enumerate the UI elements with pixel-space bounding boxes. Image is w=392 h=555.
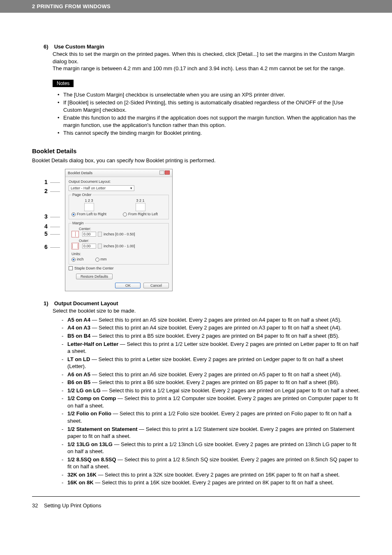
callout-column: 1 2 3 4 5 6 [44,169,65,291]
rtl-seq: 3 2 1 [123,198,158,203]
chapter-header: 2 PRINTING FROM WINDOWS [0,0,392,13]
layout-option: A5 on A4 — Select this to print an A5 si… [60,316,360,324]
restore-defaults-button[interactable]: Restore Defaults [76,274,113,279]
ltr-label: From Left to Right [77,212,106,216]
spinner-arrows[interactable] [98,244,102,249]
staple-label: Staple Down the Center [74,266,114,270]
output-layout-value: Letter - Half on Letter [71,186,106,190]
layout-name: A4 on A3 [67,325,90,331]
callout-2: 2 [44,188,48,194]
booklet-details-dialog: Booklet Details Output Document Layout: … [65,169,173,291]
notes-list: The [Use Custom Margin] checkbox is unse… [53,91,360,137]
layout-option: 1/2 8.5SQ on 8.5SQ — Select this to prin… [60,456,360,470]
center-value[interactable]: 0.00 [82,232,96,237]
layout-option: 32K on 16K — Select this to print a 32K … [60,471,360,479]
item-6-number: 6) [44,44,53,50]
callout-6: 6 [44,244,48,250]
item-6-p1: Check this to set the margin on the prin… [53,51,360,65]
spinner-arrows[interactable] [98,232,102,237]
cancel-button[interactable]: Cancel [143,283,169,288]
item-1-number: 1) [44,300,53,306]
rtl-radio[interactable] [123,212,127,216]
booklet-details-sub: Booklet Details dialog box, you can spec… [32,157,360,164]
output-layout-label: Output Document Layout: [69,180,169,184]
layout-name: 1/2 Folio on Folio [67,410,111,417]
rtl-icon [136,203,145,211]
layout-option: A6 on A5 — Select this to print an A6 si… [60,371,360,378]
footer-title: Setting Up Print Options [44,502,101,509]
note-item: If [Booklet] is selected on [2-Sided Pri… [58,99,360,113]
note-item: This cannot specify the binding margin f… [58,129,360,137]
layout-name: A5 on A4 [67,317,90,323]
item-6-title: Use Custom Margin [54,44,104,50]
layout-desc: — Select this to print an A5 size bookle… [90,317,341,323]
ok-button[interactable]: OK [115,283,141,288]
margin-legend: Margin [71,221,85,225]
output-layout-select[interactable]: Letter - Half on Letter▾ [69,185,134,191]
page-footer: 32 Setting Up Print Options [32,502,360,509]
window-buttons[interactable] [159,170,170,175]
rtl-label: From Right to Left [128,212,158,216]
outer-label: Outer: [79,239,166,243]
layout-name: 1/2 LG on LG [67,387,101,394]
layout-option: 16K on 8K — Select this to print a 16K s… [60,479,360,486]
layout-option: B6 on B5 — Select this to print a B6 siz… [60,379,360,386]
callout-5: 5 [44,230,48,237]
inch-label: inch [77,257,84,261]
units-label: Units: [71,252,166,256]
callout-1: 1 [44,179,48,185]
callout-3: 3 [44,213,48,220]
layout-name: Letter-Half on Letter [67,341,118,347]
layout-option: 1/2 Statement on Statement — Select this… [60,426,360,440]
page-order-legend: Page Order [71,193,92,197]
layout-name: 32K on 16K [67,472,97,478]
staple-checkbox[interactable] [69,266,73,270]
layout-option: A4 on A3 — Select this to print an A4 si… [60,324,360,332]
mm-radio[interactable] [95,258,99,262]
inch-radio[interactable] [71,258,76,262]
outer-value[interactable]: 0.00 [82,244,96,249]
layout-desc: — Select this to print a Letter size boo… [67,356,343,370]
layout-name: 1/2 13LG on 13LG [67,441,113,447]
layout-name: B5 on B4 [67,333,90,339]
layout-option: 1/2 13LG on 13LG — Select this to print … [60,441,360,455]
layout-desc: — Select this to print an A6 size bookle… [90,371,341,378]
layout-desc: — Select this to print a B5 size booklet… [90,333,339,339]
item-6-p2: The margin range is between 4.2 mm and 1… [53,65,360,72]
layout-name: LT on LD [67,356,90,362]
layout-desc: — Select this to print an A4 size bookle… [90,325,341,331]
footer-rule [32,496,360,497]
layout-options-list: A5 on A4 — Select this to print an A5 si… [60,316,360,486]
center-margin-icon [71,231,79,237]
layout-name: 16K on 8K [67,479,94,486]
layout-name: 1/2 8.5SQ on 8.5SQ [67,456,116,463]
chevron-down-icon: ▾ [130,186,132,190]
item-1-title: Output Document Layout [54,300,118,306]
layout-desc: — Select this to print a 16K size bookle… [94,479,334,486]
layout-desc: — Select this to print a 1/2 Legal size … [101,387,360,394]
outer-margin-icon [71,243,79,249]
ltr-icon [84,203,94,211]
ltr-radio[interactable] [71,212,76,216]
dialog-title: Booklet Details [68,171,92,175]
item-1-sub: Select the booklet size to be made. [53,307,360,315]
layout-desc: — Select this to print a B6 size booklet… [90,379,339,385]
item-6-heading: 6) Use Custom Margin [44,44,360,50]
mm-label: mm [101,257,107,261]
layout-option: LT on LD — Select this to print a Letter… [60,356,360,370]
close-icon[interactable] [165,170,170,175]
layout-option: Letter-Half on Letter — Select this to p… [60,341,360,355]
layout-option: 1/2 Comp on Comp — Select this to print … [60,395,360,409]
note-item: Enable this function to add the margins … [58,114,360,129]
layout-name: 1/2 Statement on Statement [67,426,138,432]
notes-label: Notes [53,80,74,87]
callout-4: 4 [44,223,48,230]
center-range: inches [0.00 - 0.50] [104,232,135,236]
ltr-seq: 1 2 3 [71,198,106,203]
layout-name: 1/2 Comp on Comp [67,395,116,401]
booklet-details-title: Booklet Details [32,147,360,154]
layout-option: 1/2 LG on LG — Select this to print a 1/… [60,387,360,394]
center-label: Center: [79,227,166,231]
layout-name: B6 on B5 [67,379,90,385]
layout-desc: — Select this to print a 32K size bookle… [97,472,340,478]
